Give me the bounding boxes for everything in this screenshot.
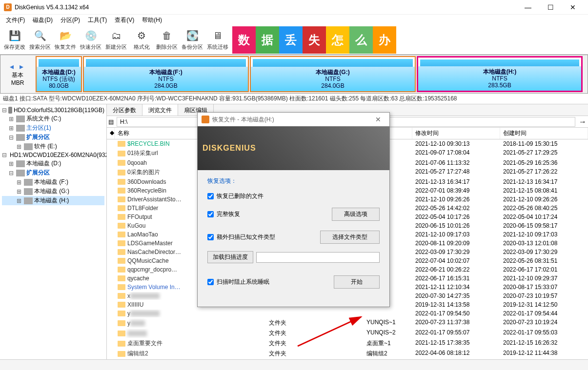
tool-格式化[interactable]: ⚙格式化 (129, 26, 154, 54)
window-title: DiskGenius V5.4.3.1342 x64 (15, 4, 517, 11)
tool-icon: 🔍 (33, 29, 47, 42)
tree-item[interactable]: ⊞本地磁盘 (F:) (2, 177, 104, 187)
file-row[interactable]: {0087-0030-00FF-00E5-004…80 B文件RHS{0087-… (107, 359, 588, 359)
start-button[interactable]: 开始 (334, 275, 380, 289)
menu-item[interactable]: 工具(T) (84, 15, 111, 25)
opt-extra-scan[interactable]: 额外扫描已知文件类型 (207, 233, 320, 241)
opt-full-recover[interactable]: 完整恢复 (207, 210, 332, 218)
tool-icon: 💽 (185, 29, 199, 42)
file-row[interactable]: y2022-01-17 09:54:502022-01-17 09:54:44 (107, 309, 588, 318)
dialog-heading: 恢复选项： (207, 177, 380, 185)
title-bar: D DiskGenius V5.4.3.1342 x64 — ☐ ✕ (0, 0, 588, 15)
promo-banner: 数据丢失怎么办 (232, 26, 396, 54)
part-icon (16, 170, 25, 176)
status-bar (0, 359, 588, 370)
tree-item[interactable]: ⊟扩展分区 (2, 133, 104, 142)
tool-icon: 📂 (59, 29, 72, 42)
part-icon (16, 125, 25, 132)
path-icon: ▤ (107, 118, 115, 125)
tool-icon: 💿 (84, 29, 98, 42)
tool-保存更改[interactable]: 💾保存更改 (2, 26, 27, 54)
menu-bar: 文件(F)磁盘(D)分区(P)工具(T)查看(V)帮助(H) (0, 15, 588, 25)
tree-item[interactable]: ⊞本地磁盘 (G:) (2, 187, 104, 196)
file-row[interactable]: 文件夹YUNQIS~22022-01-17 09:55:072022-01-17… (107, 328, 588, 338)
tool-删除分区[interactable]: 🗑删除分区 (154, 26, 180, 54)
minimize-button[interactable]: — (517, 0, 539, 15)
path-go-button[interactable]: → (577, 117, 588, 126)
tool-系统迁移[interactable]: 🖥系统迁移 (205, 26, 230, 54)
tool-搜索分区[interactable]: 🔍搜索分区 (27, 26, 53, 54)
advanced-options-button[interactable]: 高级选项 (332, 208, 380, 221)
tree-item[interactable]: ⊟HD0:ColorfulSL300128GB(119GB) (2, 106, 104, 114)
file-row[interactable]: 编辑组2文件夹编辑组22022-04-06 08:18:122019-12-12… (107, 349, 588, 359)
tool-icon: 💾 (8, 29, 21, 42)
menu-item[interactable]: 分区(P) (57, 15, 84, 25)
dialog-title: 恢复文件 - 本地磁盘(H:) (212, 116, 371, 124)
partition-本地磁盘(F:)[interactable]: 本地磁盘(F:)NTFS284.0GB (83, 56, 249, 92)
menu-item[interactable]: 查看(V) (111, 15, 138, 25)
partition-本地磁盘(G:)[interactable]: 本地磁盘(G:)NTFS284.0GB (250, 56, 416, 92)
maximize-button[interactable]: ☐ (539, 0, 562, 15)
tool-新建分区[interactable]: 🗂新建分区 (103, 26, 129, 54)
part-icon (24, 188, 33, 195)
tree-item[interactable]: ⊟HD1:WDCWD10EZEX-60M2NA0(932G (2, 151, 104, 159)
app-icon: D (4, 3, 12, 11)
partition-本地磁盘(H:)[interactable]: 本地磁盘(H:)NTFS283.5GB (417, 56, 583, 92)
tree-item[interactable]: ⊞本地磁盘 (H:) (2, 196, 104, 205)
disk-type-label: 基本 (12, 71, 23, 79)
tool-快速分区[interactable]: 💿快速分区 (78, 26, 103, 54)
part-icon (16, 134, 25, 141)
tree-item[interactable]: ⊞软件 (E:) (2, 142, 104, 151)
disk-scheme-label: MBR (11, 79, 24, 86)
part-icon (24, 143, 33, 150)
partition-本地磁盘(D:)[interactable]: 本地磁盘(D:)NTFS (活动)80.0GB (36, 56, 82, 92)
tool-icon: 🖥 (211, 29, 224, 42)
col-check[interactable]: ◆ (107, 128, 115, 139)
tool-icon: ⚙ (135, 29, 148, 42)
opt-recover-deleted[interactable]: 恢复已删除的文件 (207, 192, 380, 200)
part-icon (24, 179, 33, 186)
tool-备份分区[interactable]: 💽备份分区 (180, 26, 205, 54)
dialog-close-button[interactable]: ✕ (371, 116, 385, 123)
disk-nav[interactable]: ◂ ▸ 基本 MBR (0, 55, 35, 93)
nav-arrows-icon: ◂ ▸ (10, 62, 25, 71)
dialog-icon (202, 116, 209, 123)
load-progress-button[interactable]: 加载扫描进度 (207, 251, 253, 263)
col-create[interactable]: 创建时间 (500, 128, 588, 139)
tool-icon: 🗑 (160, 29, 174, 42)
tree-item[interactable]: ⊞本地磁盘 (D:) (2, 159, 104, 168)
close-button[interactable]: ✕ (562, 0, 584, 15)
disk-tree[interactable]: ⊟HD0:ColorfulSL300128GB(119GB)⊞系统文件 (C:)… (0, 104, 107, 359)
part-icon (16, 160, 25, 167)
file-row[interactable]: y文件夹YUNQIS~12020-07-23 11:37:382020-07-2… (107, 318, 588, 328)
tab-浏览文件[interactable]: 浏览文件 (142, 104, 178, 116)
dialog-banner: DISKGENIUS (198, 126, 389, 170)
part-icon (16, 116, 25, 122)
menu-item[interactable]: 文件(F) (2, 15, 29, 25)
tree-item[interactable]: ⊞系统文件 (C:) (2, 114, 104, 123)
menu-item[interactable]: 磁盘(D) (29, 15, 57, 25)
col-mod[interactable]: 修改时间 (412, 128, 500, 139)
disk-icon (8, 107, 12, 114)
menu-item[interactable]: 帮助(H) (138, 15, 166, 25)
toolbar: 💾保存更改🔍搜索分区📂恢复文件💿快速分区🗂新建分区⚙格式化🗑删除分区💽备份分区🖥… (0, 25, 588, 55)
opt-prevent-sleep[interactable]: 扫描时阻止系统睡眠 (207, 278, 269, 286)
disk-info-line: 磁盘1 接口:SATA 型号:WDCWD10EZEX-60M2NA0 序列号:W… (0, 94, 588, 104)
tree-item[interactable]: ⊞主分区(1) (2, 123, 104, 133)
file-row[interactable]: 桌面重要文件文件夹桌面重~12021-12-15 17:38:352021-12… (107, 338, 588, 349)
tool-icon: 🗂 (109, 29, 123, 42)
select-types-button[interactable]: 选择文件类型 (320, 231, 380, 244)
tree-item[interactable]: ⊟扩展分区 (2, 168, 104, 177)
disk-partition-bar: ◂ ▸ 基本 MBR 本地磁盘(D:)NTFS (活动)80.0GB本地磁盘(F… (0, 55, 588, 94)
tab-分区参数[interactable]: 分区参数 (107, 104, 142, 116)
progress-path-field[interactable] (256, 252, 380, 263)
recover-dialog: 恢复文件 - 本地磁盘(H:) ✕ DISKGENIUS 恢复选项： 恢复已删除… (197, 112, 390, 307)
part-icon (24, 197, 33, 204)
tool-恢复文件[interactable]: 📂恢复文件 (53, 26, 78, 54)
